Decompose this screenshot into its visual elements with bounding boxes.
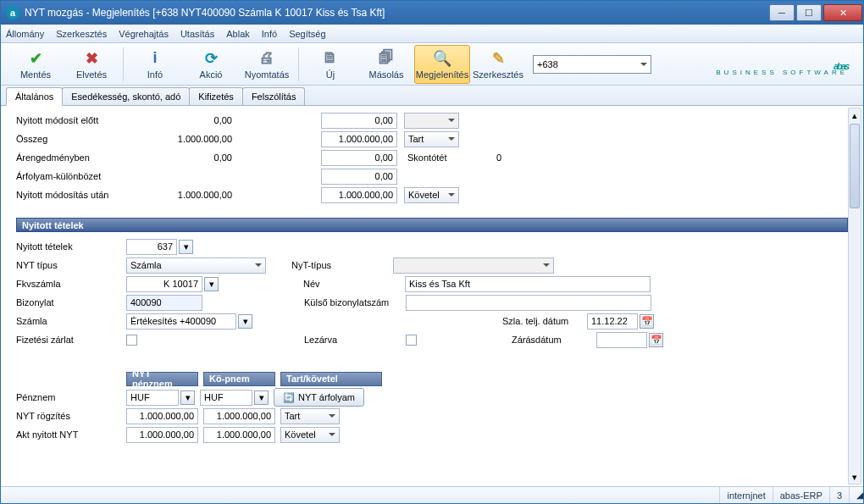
close-button[interactable]: ✕ <box>823 4 862 21</box>
lookup-button[interactable]: ▾ <box>179 240 193 254</box>
chevron-down-icon <box>329 433 335 440</box>
scroll-down-icon[interactable]: ▾ <box>849 470 861 484</box>
label: Összeg <box>16 134 126 144</box>
content-area: Nyitott módosít előtt0,000,00Összeg1.000… <box>1 106 863 486</box>
current-open-v1: 1.000.000,00 <box>126 427 198 443</box>
menu-item[interactable]: Ablak <box>226 29 250 39</box>
amount-c2: 0,00 <box>321 169 397 185</box>
close-date-field[interactable] <box>596 332 647 348</box>
tab-general[interactable]: Általános <box>6 87 63 106</box>
edit-icon: ✎ <box>489 49 507 68</box>
menu-item[interactable]: Végrehajtás <box>119 29 169 39</box>
titlebar: a NYT mozgás - Megjelenítés [+638 NYT400… <box>1 1 863 25</box>
debit-credit-select[interactable]: Tart <box>404 131 459 147</box>
skonto-field: 0 <box>463 150 506 166</box>
toolbar-record-selector[interactable]: +638 <box>533 55 651 74</box>
menubar: Állomány Szerkesztés Végrehajtás Utasítá… <box>1 25 863 43</box>
external-doc-field[interactable] <box>406 295 651 311</box>
toolbar-új-button[interactable]: 🗎Új <box>302 45 358 84</box>
toolbar-button-label: Infó <box>147 69 163 80</box>
label: Nyitott tételek <box>16 241 126 252</box>
scrollbar-thumb[interactable] <box>850 124 860 208</box>
app-icon: a <box>6 6 19 19</box>
invoice-field[interactable]: Értékesítés +400090 <box>126 313 236 330</box>
nyt-fix-dc-select[interactable]: Tart <box>280 408 340 424</box>
closed-checkbox[interactable] <box>406 335 417 346</box>
tab-due-skonto-tax[interactable]: Esedékesség, skontó, adó <box>62 87 190 105</box>
vertical-scrollbar[interactable]: ▴ ▾ <box>848 108 861 485</box>
label: NyT-típus <box>291 260 393 270</box>
menu-item[interactable]: Segítség <box>289 29 325 39</box>
lookup-button[interactable]: ▾ <box>238 314 252 329</box>
chevron-down-icon <box>640 63 647 69</box>
label: Fkvszámla <box>16 279 126 289</box>
debit-credit-select[interactable]: Követel <box>404 187 459 203</box>
label: Név <box>303 279 405 289</box>
lookup-button[interactable]: ▾ <box>180 390 195 405</box>
name-field: Kiss és Tsa Kft <box>405 276 651 292</box>
tab-payment[interactable]: Kifizetés <box>189 87 243 105</box>
currency-nyt-field[interactable]: HUF <box>126 390 179 406</box>
maximize-button[interactable]: ☐ <box>796 4 822 21</box>
toolbar-button-label: Mentés <box>20 69 51 80</box>
check-icon: ✔ <box>26 49 45 68</box>
calendar-icon[interactable]: 📅 <box>649 333 663 347</box>
open-items-count-field[interactable]: 637 <box>126 239 177 255</box>
tabstrip: Általános Esedékesség, skontó, adó Kifiz… <box>1 86 863 106</box>
status-cell: internjnet <box>719 487 772 503</box>
chevron-down-icon <box>448 137 455 144</box>
nyt-type-select[interactable]: Számla <box>126 258 266 274</box>
amount-c2: 1.000.000,00 <box>321 187 397 203</box>
col-header: NYT pénznem <box>126 372 198 386</box>
label: Akt nyitott NYT <box>16 429 126 440</box>
menu-item[interactable]: Utasítás <box>180 29 214 39</box>
tab-reminder[interactable]: Felszólítás <box>242 87 306 105</box>
lookup-button[interactable]: ▾ <box>254 390 269 405</box>
menu-item[interactable]: Szerkesztés <box>56 29 107 39</box>
nyt-t-type-select[interactable] <box>393 258 554 274</box>
lookup-button[interactable]: ▾ <box>204 277 219 291</box>
label: Nyitott módosítás után <box>16 190 126 200</box>
menu-item[interactable]: Infó <box>262 29 277 39</box>
label: Szla. telj. dátum <box>502 316 587 326</box>
status-cell: 3 <box>829 487 849 503</box>
calendar-icon[interactable]: 📅 <box>640 314 654 329</box>
toolbar-akció-button[interactable]: ⟳Akció <box>183 45 239 84</box>
new-icon: 🗎 <box>321 49 340 68</box>
toolbar-szerkesztés-button[interactable]: ✎Szerkesztés <box>470 45 526 84</box>
amount-c1: 0,00 <box>126 113 236 129</box>
label: Bizonylat <box>16 297 126 307</box>
toolbar-másolás-button[interactable]: 🗐Másolás <box>358 45 414 84</box>
current-open-dc-select[interactable]: Követel <box>280 427 340 443</box>
amount-c2: 0,00 <box>321 150 397 166</box>
window-title: NYT mozgás - Megjelenítés [+638 NYT40009… <box>25 7 768 19</box>
amount-c2: 1.000.000,00 <box>321 131 397 147</box>
menu-item[interactable]: Állomány <box>6 29 44 39</box>
amount-c1: 1.000.000,00 <box>126 187 236 203</box>
fkvszamla-field[interactable]: K 10017 <box>126 276 202 292</box>
statusbar: internjnet abas-ERP 3 ◢ <box>1 486 863 503</box>
nyt-exchange-rate-button[interactable]: 🔄 NYT árfolyam <box>274 388 364 407</box>
label: Árfolyam-különbözet <box>16 171 126 181</box>
col-header: Kö-pnem <box>203 372 275 386</box>
label: Lezárva <box>304 335 406 345</box>
scroll-up-icon[interactable]: ▴ <box>849 108 861 122</box>
toolbar-infó-button[interactable]: iInfó <box>127 45 183 84</box>
amount-c1: 1.000.000,00 <box>126 131 236 147</box>
currency-ko-field[interactable]: HUF <box>200 390 252 406</box>
toolbar-separator <box>298 47 299 81</box>
toolbar-elvetés-button[interactable]: ✖Elvetés <box>64 45 119 84</box>
amount-c2: 0,00 <box>321 113 397 129</box>
resize-grip-icon[interactable]: ◢ <box>849 487 863 503</box>
invoice-date-field[interactable]: 11.12.22 <box>587 313 638 330</box>
toolbar-mentés-button[interactable]: ✔Mentés <box>8 45 64 84</box>
toolbar-button-label: Akció <box>200 69 223 80</box>
toolbar-megjelenítés-button[interactable]: 🔍Megjelenítés <box>414 45 470 84</box>
amount-c1 <box>126 169 236 185</box>
minimize-button[interactable]: ─ <box>769 4 795 21</box>
toolbar-nyomtatás-button[interactable]: 🖨Nyomtatás <box>239 45 295 84</box>
payment-lock-checkbox[interactable] <box>126 335 137 346</box>
bizonylat-field[interactable]: 400090 <box>126 295 202 311</box>
debit-credit-select <box>404 113 459 129</box>
info-icon: i <box>146 49 164 68</box>
